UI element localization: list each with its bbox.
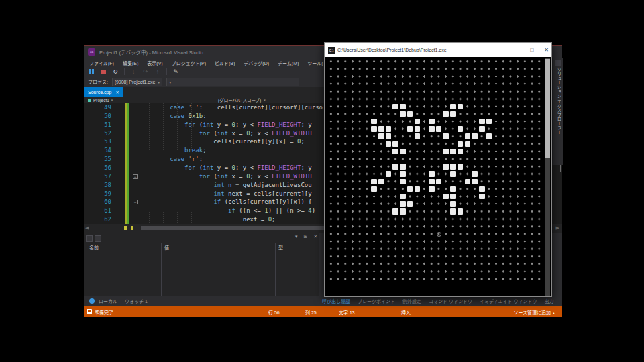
watch-header: 名前 値 型	[84, 243, 319, 251]
scrollbar-thumb[interactable]	[545, 59, 550, 158]
bottom-tab-呼び出し履歴[interactable]: 呼び出し履歴	[322, 298, 350, 304]
process-dropdown[interactable]: [9908] Project1.exe ▾	[112, 78, 162, 86]
chevron-down-icon: ▾	[264, 98, 266, 102]
add-to-source-control-button[interactable]: ソース管理に追加 ▲	[513, 309, 555, 316]
game-of-life-grid[interactable]	[327, 58, 550, 283]
code-token	[141, 182, 213, 188]
tab-source-cpp[interactable]: Source.cpp ✕	[84, 87, 123, 97]
bottom-tab-イミディエイト ウィンドウ[interactable]: イミディエイト ウィンドウ	[480, 298, 537, 304]
menu-編集(E)[interactable]: 編集(E)	[123, 60, 138, 66]
change-mark	[131, 226, 133, 230]
code-token: (	[195, 121, 203, 128]
live-cell	[429, 179, 435, 185]
status-bar: 準備完了 ソース管理に追加 ▲ 行 56列 25文字 13挿入	[84, 306, 562, 317]
bottom-tab-ウォッチ 1[interactable]: ウォッチ 1	[125, 298, 148, 304]
code-token: if	[213, 198, 221, 205]
solution-explorer-collapsed-tab[interactable]: ソリューション エクスプローラー	[552, 58, 563, 165]
live-cell	[392, 149, 398, 155]
live-cell	[392, 208, 398, 215]
break-all-icon[interactable]	[88, 68, 95, 75]
close-icon[interactable]: ✕	[115, 90, 119, 95]
restart-icon[interactable]: ↻	[112, 68, 119, 75]
bottom-tab-出力[interactable]: 出力	[544, 298, 553, 304]
menu-デバッグ(D)[interactable]: デバッグ(D)	[244, 60, 269, 66]
live-cell	[371, 179, 377, 185]
console-scrollbar[interactable]	[545, 58, 550, 296]
scroll-right-icon[interactable]: ▶	[556, 225, 559, 231]
watch-tool-icon[interactable]	[95, 235, 101, 242]
menu-プロジェクト(P)[interactable]: プロジェクト(P)	[172, 60, 206, 66]
live-cell	[386, 171, 392, 177]
code-token: ) || (n >=	[268, 207, 309, 214]
live-cell	[443, 111, 449, 117]
close-icon[interactable]: ✕	[313, 234, 317, 239]
code-token: x =	[228, 130, 246, 137]
menu-表示(V)[interactable]: 表示(V)	[147, 60, 162, 66]
collapse-box-icon[interactable]: −	[133, 200, 138, 204]
minimize-icon[interactable]: ─	[516, 47, 520, 53]
scope-name: (グローバル スコープ)	[218, 97, 261, 103]
live-cell	[392, 104, 398, 110]
close-icon[interactable]: ✕	[544, 47, 549, 53]
code-text: case 'r':	[141, 155, 203, 164]
column-divider[interactable]	[275, 243, 276, 296]
code-token	[141, 147, 184, 154]
code-token: next = cells[current][y	[225, 190, 312, 197]
step-out-icon[interactable]: ↑	[154, 68, 161, 75]
bottom-tab-ブレークポイント[interactable]: ブレークポイント	[358, 298, 395, 304]
code-token: for	[199, 173, 210, 180]
live-cell	[436, 179, 442, 185]
scope-dropdown[interactable]: (グローバル スコープ) ▾	[218, 97, 266, 103]
line-number: 53	[84, 137, 111, 146]
stop-debugging-icon[interactable]	[100, 68, 107, 75]
menu-ファイル(F)[interactable]: ファイル(F)	[89, 60, 114, 66]
live-cell	[465, 179, 471, 185]
column-divider[interactable]	[161, 243, 162, 296]
code-token: break	[184, 147, 203, 154]
menu-チーム(M)[interactable]: チーム(M)	[278, 60, 299, 66]
column-type[interactable]: 型	[278, 244, 283, 251]
bottom-tab-ローカル[interactable]: ローカル	[99, 298, 117, 304]
bottom-tab-例外設定[interactable]: 例外設定	[402, 298, 421, 304]
code-text: int next = cells[current][y	[141, 190, 312, 198]
live-cell	[415, 119, 421, 125]
live-cell	[486, 133, 492, 139]
process-value: [9908] Project1.exe	[115, 80, 155, 84]
line-number: 60	[84, 198, 111, 206]
step-over-icon[interactable]: ↷	[142, 68, 149, 75]
live-cell	[450, 104, 456, 110]
collapse-box-icon[interactable]: −	[133, 174, 138, 179]
code-token: for	[184, 121, 195, 128]
live-cell	[415, 186, 421, 192]
edit-pencil-icon[interactable]: ✎	[172, 68, 179, 75]
code-token: (	[210, 173, 217, 180]
live-cell	[450, 171, 456, 177]
code-text: for (int x = 0; x < FIELD_WIDTH	[141, 172, 312, 181]
chevron-down-icon[interactable]: ▾	[295, 234, 298, 239]
step-into-icon[interactable]: ↓	[130, 68, 137, 75]
live-cell	[400, 104, 406, 110]
triangle-up-icon: ▲	[552, 311, 555, 315]
watch-tool-icon[interactable]	[86, 235, 93, 242]
live-cell	[458, 208, 464, 215]
live-cell	[458, 141, 464, 147]
code-token: (cells[current][y][x]) {	[221, 198, 311, 205]
code-token: for	[199, 130, 210, 137]
watch-tab-icon	[89, 298, 95, 304]
scroll-left-icon[interactable]: ◀	[85, 225, 89, 231]
feedback-icon[interactable]	[87, 309, 92, 314]
cursor-cell-icon	[437, 232, 441, 237]
code-token: int	[213, 182, 224, 188]
thread-dropdown[interactable]: ▾	[166, 78, 299, 86]
dock-icon[interactable]: ⊞	[304, 234, 308, 239]
menu-ビルド(B)[interactable]: ビルド(B)	[215, 60, 235, 66]
column-value[interactable]: 値	[164, 244, 169, 251]
column-name[interactable]: 名前	[89, 244, 99, 251]
bottom-tab-コマンド ウィンドウ[interactable]: コマンド ウィンドウ	[429, 298, 472, 304]
live-cell	[407, 201, 413, 207]
maximize-icon[interactable]: □	[530, 47, 533, 53]
code-token: FIELD_WIDTH	[272, 173, 312, 180]
live-cell	[429, 186, 435, 192]
project-dropdown[interactable]: Project1 ▾	[88, 98, 113, 103]
line-number: 56	[84, 164, 111, 172]
